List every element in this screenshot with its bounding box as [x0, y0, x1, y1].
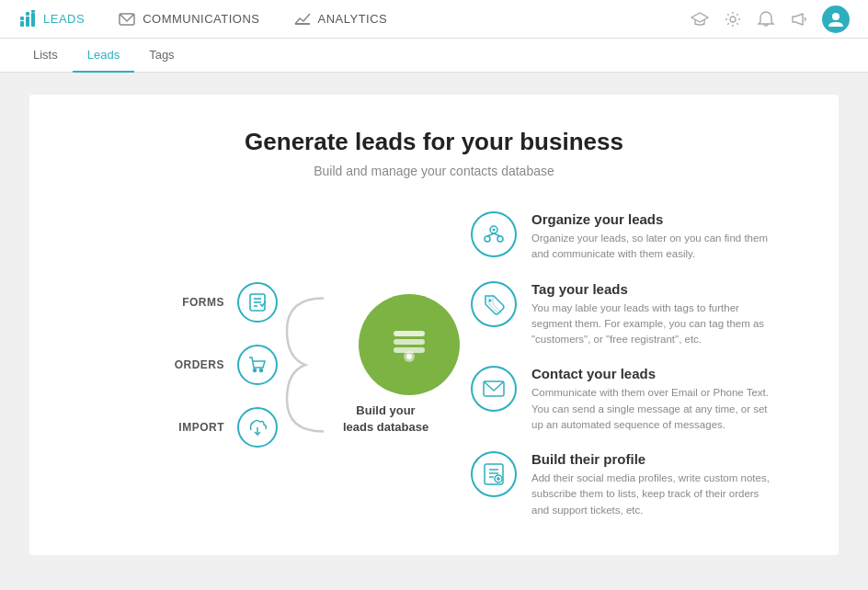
svg-point-3	[20, 16, 24, 19]
brace-svg	[278, 293, 328, 436]
source-import: IMPORT	[169, 407, 278, 448]
bell-icon[interactable]	[756, 9, 776, 29]
graduation-icon[interactable]	[690, 9, 710, 29]
nav-right	[690, 6, 850, 33]
nav-analytics-label: ANALYTICS	[318, 12, 388, 26]
feature-organize-title: Organize your leads	[531, 211, 771, 227]
feature-profile-title: Build their profile	[531, 451, 771, 467]
contact-icon	[471, 366, 517, 412]
tab-lists[interactable]: Lists	[18, 39, 73, 73]
feature-tag-title: Tag your leads	[531, 281, 771, 297]
source-orders-label: ORDERS	[169, 358, 224, 371]
source-orders: ORDERS	[169, 345, 278, 385]
hero-subtitle: Build and manage your contacts database	[66, 164, 802, 178]
hero-title: Generate leads for your business	[66, 128, 802, 156]
nav-item-communications[interactable]: COMMUNICATIONS	[118, 10, 259, 28]
leads-icon	[18, 10, 37, 28]
source-import-label: IMPORT	[169, 421, 224, 434]
nav-items: LEADS COMMUNICATIONS ANALYTICS	[18, 10, 690, 28]
diagram-center-col: Build yourleads database	[278, 294, 443, 436]
feature-organize: Organize your leads Organize your leads,…	[471, 211, 802, 263]
svg-point-24	[497, 236, 503, 242]
feature-contact-text: Contact your leads Communicate with them…	[531, 366, 771, 433]
organize-icon	[471, 211, 517, 257]
svg-line-25	[487, 233, 494, 236]
svg-point-23	[485, 236, 490, 242]
feature-organize-text: Organize your leads Organize your leads,…	[531, 211, 771, 263]
main-content: Generate leads for your business Build a…	[0, 73, 868, 577]
profile-icon	[471, 451, 517, 497]
center-label: Build yourleads database	[343, 403, 428, 436]
svg-point-4	[26, 11, 29, 15]
nav-leads-label: LEADS	[43, 12, 85, 26]
svg-point-10	[832, 13, 839, 20]
svg-point-27	[493, 229, 496, 232]
content-card: Generate leads for your business Build a…	[29, 95, 839, 555]
communications-icon	[118, 10, 136, 28]
nav-item-leads[interactable]: LEADS	[18, 10, 85, 28]
megaphone-icon[interactable]	[789, 9, 809, 29]
diagram-section: FORMS ORDERS	[66, 211, 802, 518]
svg-rect-17	[394, 331, 425, 336]
svg-line-26	[494, 233, 500, 236]
feature-tag-desc: You may lable your leads with tags to fu…	[531, 301, 771, 348]
feature-tag-text: Tag your leads You may lable your leads …	[531, 281, 771, 348]
feature-tag: Tag your leads You may lable your leads …	[471, 281, 802, 348]
top-nav: LEADS COMMUNICATIONS ANALYTICS	[0, 0, 868, 39]
source-forms: FORMS	[169, 282, 278, 323]
feature-profile: Build their profile Add their social med…	[471, 451, 802, 518]
hero: Generate leads for your business Build a…	[66, 128, 802, 178]
svg-point-16	[260, 369, 263, 371]
feature-organize-desc: Organize your leads, so later on you can…	[531, 231, 771, 263]
analytics-icon	[293, 10, 312, 28]
svg-point-5	[31, 10, 35, 13]
sources-list: FORMS ORDERS	[66, 282, 278, 448]
source-forms-icon	[237, 282, 278, 323]
feature-contact: Contact your leads Communicate with them…	[471, 366, 802, 433]
feature-profile-text: Build their profile Add their social med…	[531, 451, 771, 518]
svg-point-21	[406, 354, 412, 359]
feature-profile-desc: Add their social media profiles, write c…	[531, 471, 771, 518]
tab-leads[interactable]: Leads	[73, 39, 134, 73]
feature-contact-desc: Communicate with them over Email or Phon…	[531, 385, 771, 433]
center-circle	[359, 294, 460, 395]
svg-rect-2	[31, 13, 35, 27]
sub-tabs: Lists Leads Tags	[0, 39, 868, 73]
avatar[interactable]	[822, 6, 850, 33]
svg-rect-7	[295, 23, 310, 25]
tab-tags[interactable]: Tags	[134, 39, 188, 73]
nav-item-analytics[interactable]: ANALYTICS	[293, 10, 388, 28]
svg-point-15	[254, 369, 257, 371]
svg-rect-1	[26, 17, 29, 27]
feature-contact-title: Contact your leads	[531, 366, 771, 381]
svg-point-9	[730, 17, 736, 22]
nav-communications-label: COMMUNICATIONS	[143, 12, 259, 26]
database-icon	[386, 322, 432, 368]
features-list: Organize your leads Organize your leads,…	[443, 211, 802, 518]
source-orders-icon	[237, 345, 278, 385]
gear-icon[interactable]	[723, 9, 743, 29]
svg-marker-8	[691, 13, 708, 22]
source-import-icon	[237, 407, 278, 448]
source-forms-label: FORMS	[169, 296, 224, 309]
svg-rect-18	[394, 339, 425, 345]
tag-icon	[471, 281, 517, 327]
svg-rect-0	[20, 21, 24, 27]
